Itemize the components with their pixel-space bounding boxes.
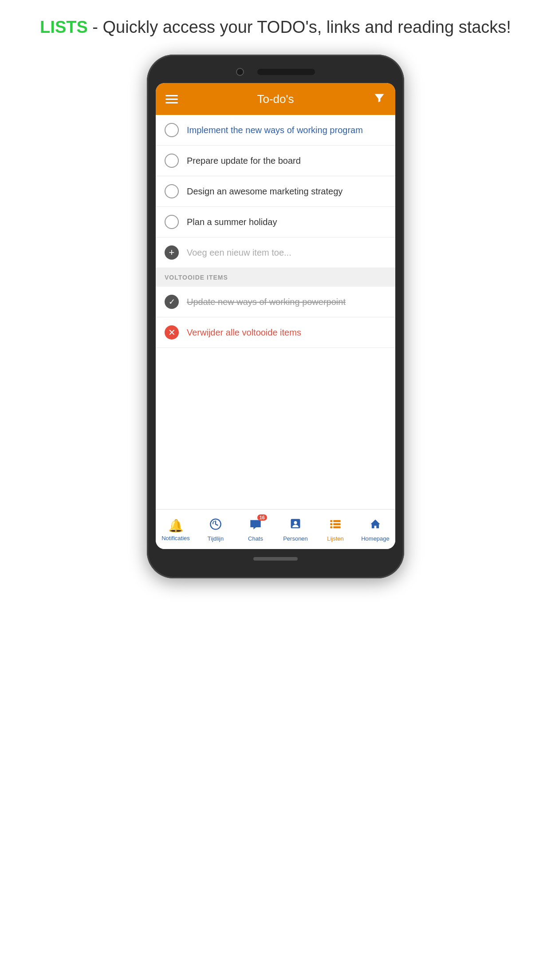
todo-item-text: Design an awesome marketing strategy bbox=[187, 186, 342, 197]
header-title: To-do's bbox=[257, 92, 294, 106]
todo-item-text: Implement the new ways of working progra… bbox=[187, 125, 363, 135]
todo-item[interactable]: Prepare update for the board bbox=[156, 146, 395, 176]
todo-item-text: Plan a summer holiday bbox=[187, 217, 277, 227]
nav-label-lijsten: Lijsten bbox=[327, 535, 344, 542]
home-icon bbox=[369, 518, 382, 533]
todo-checkbox[interactable] bbox=[165, 154, 179, 168]
list-icon bbox=[329, 518, 342, 533]
delete-icon: ✕ bbox=[165, 325, 179, 340]
add-item-row[interactable]: + Voeg een nieuw item toe... bbox=[156, 237, 395, 268]
chat-icon: 16 bbox=[249, 518, 262, 533]
todo-checkbox[interactable] bbox=[165, 184, 179, 198]
svg-rect-6 bbox=[333, 523, 340, 525]
svg-rect-7 bbox=[330, 526, 332, 528]
phone-shell: To-do's Implement the new ways of workin… bbox=[147, 55, 404, 578]
completed-section-label: VOLTOOIDE ITEMS bbox=[165, 274, 228, 281]
svg-rect-8 bbox=[333, 526, 340, 528]
todo-item[interactable]: Implement the new ways of working progra… bbox=[156, 115, 395, 146]
nav-item-personen[interactable]: Personen bbox=[276, 518, 315, 542]
bottom-nav: 🔔 Notificaties Tijdlijn bbox=[156, 509, 395, 549]
svg-rect-3 bbox=[330, 520, 332, 522]
todo-checkbox[interactable] bbox=[165, 215, 179, 229]
nav-label-notificaties: Notificaties bbox=[161, 535, 190, 541]
nav-label-tijdlijn: Tijdlijn bbox=[208, 535, 224, 542]
delete-label: Verwijder alle voltooide items bbox=[187, 328, 301, 338]
clock-icon bbox=[209, 518, 222, 533]
phone-camera bbox=[236, 68, 244, 76]
todo-item[interactable]: Plan a summer holiday bbox=[156, 207, 395, 237]
completed-items-container: ✓ Update new ways of working powerpoint bbox=[156, 287, 395, 317]
filter-button[interactable] bbox=[373, 91, 386, 107]
chats-badge: 16 bbox=[257, 514, 267, 521]
nav-item-notificaties[interactable]: 🔔 Notificaties bbox=[156, 518, 196, 541]
completed-checkbox[interactable]: ✓ bbox=[165, 295, 179, 309]
svg-rect-4 bbox=[333, 520, 340, 522]
bell-icon: 🔔 bbox=[168, 518, 184, 533]
nav-item-lijsten[interactable]: Lijsten bbox=[315, 518, 355, 542]
todo-item[interactable]: Design an awesome marketing strategy bbox=[156, 176, 395, 207]
todo-items-container: Implement the new ways of working progra… bbox=[156, 115, 395, 237]
nav-label-personen: Personen bbox=[283, 535, 308, 542]
app-header: To-do's bbox=[156, 83, 395, 115]
svg-point-2 bbox=[294, 521, 297, 524]
page-headline: LISTS - Quickly access your TODO's, link… bbox=[31, 18, 520, 37]
completed-item[interactable]: ✓ Update new ways of working powerpoint bbox=[156, 287, 395, 317]
delete-completed-row[interactable]: ✕ Verwijder alle voltooide items bbox=[156, 317, 395, 348]
nav-item-chats[interactable]: 16 Chats bbox=[236, 518, 276, 542]
todo-item-text: Prepare update for the board bbox=[187, 156, 301, 166]
add-placeholder: Voeg een nieuw item toe... bbox=[187, 248, 291, 258]
phone-speaker bbox=[257, 69, 315, 75]
add-icon: + bbox=[165, 245, 179, 260]
todo-checkbox[interactable] bbox=[165, 123, 179, 137]
svg-rect-5 bbox=[330, 523, 332, 525]
completed-section-divider: VOLTOOIDE ITEMS bbox=[156, 268, 395, 287]
headline-keyword: LISTS bbox=[40, 18, 88, 36]
nav-item-homepage[interactable]: Homepage bbox=[355, 518, 395, 542]
person-icon bbox=[289, 518, 302, 533]
phone-bottom-bar bbox=[253, 557, 298, 561]
nav-label-chats: Chats bbox=[248, 535, 263, 542]
menu-button[interactable] bbox=[165, 95, 178, 103]
phone-top-bar bbox=[156, 68, 395, 76]
todo-list: Implement the new ways of working progra… bbox=[156, 115, 395, 509]
nav-label-homepage: Homepage bbox=[361, 535, 390, 542]
nav-item-tijdlijn[interactable]: Tijdlijn bbox=[196, 518, 236, 542]
empty-space bbox=[156, 348, 395, 437]
app-screen: To-do's Implement the new ways of workin… bbox=[156, 83, 395, 549]
completed-item-text: Update new ways of working powerpoint bbox=[187, 297, 346, 307]
